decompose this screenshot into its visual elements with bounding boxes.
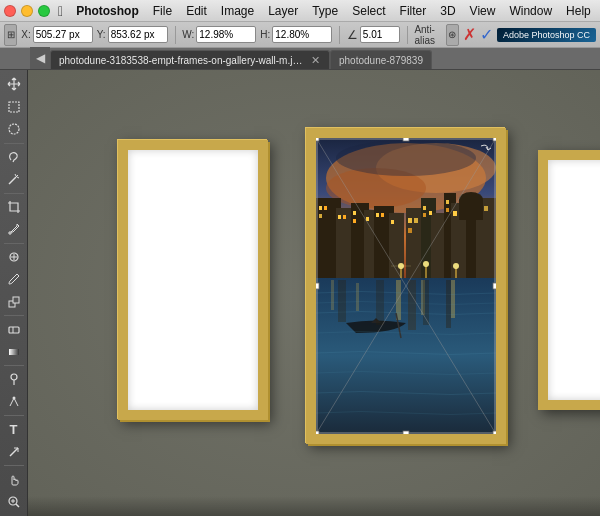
- brush-tool[interactable]: [3, 269, 25, 290]
- angle-icon: ∠: [347, 28, 358, 42]
- h-field: H:: [260, 26, 332, 43]
- svg-point-22: [336, 140, 476, 176]
- svg-point-69: [453, 263, 459, 269]
- y-input[interactable]: [108, 26, 168, 43]
- x-input[interactable]: [33, 26, 93, 43]
- maximize-button[interactable]: [38, 5, 50, 17]
- anti-alias-label: Anti-alias: [414, 24, 437, 46]
- svg-point-13: [12, 396, 15, 399]
- svg-point-1: [9, 124, 19, 134]
- divider-3: [407, 26, 408, 44]
- svg-line-15: [16, 504, 19, 507]
- menu-window[interactable]: Window: [502, 2, 559, 20]
- svg-rect-57: [353, 211, 356, 215]
- tool-separator-6: [4, 415, 24, 416]
- tab-main-file[interactable]: photodune-3183538-empt-frames-on-gallery…: [50, 50, 330, 69]
- dodge-tool[interactable]: [3, 369, 25, 390]
- type-icon: T: [10, 422, 18, 437]
- menu-filter[interactable]: Filter: [393, 2, 434, 20]
- options-bar: ⊞ X: Y: W: H: ∠ Anti-alias ⊛ ✗ ✓ Adobe P…: [0, 22, 600, 48]
- svg-rect-35: [429, 211, 432, 215]
- svg-rect-73: [451, 280, 455, 318]
- w-field: W:: [182, 26, 256, 43]
- svg-rect-74: [331, 280, 334, 310]
- menu-bar:  Photoshop File Edit Image Layer Type S…: [0, 0, 600, 22]
- y-field: Y:: [97, 26, 168, 43]
- menu-edit[interactable]: Edit: [179, 2, 214, 20]
- toolbox: T: [0, 70, 28, 516]
- frame-left-inner: [118, 140, 268, 420]
- frame-left: [118, 140, 268, 420]
- lasso-tool[interactable]: [3, 147, 25, 168]
- svg-rect-0: [9, 102, 19, 112]
- hand-tool[interactable]: [3, 469, 25, 490]
- app-name[interactable]: Photoshop: [69, 2, 146, 20]
- svg-rect-53: [324, 206, 327, 210]
- type-tool[interactable]: T: [3, 419, 25, 440]
- svg-rect-62: [391, 220, 394, 224]
- svg-rect-59: [366, 217, 369, 221]
- transform-icon: ⊞: [4, 24, 17, 46]
- x-label: X:: [21, 29, 30, 40]
- svg-rect-58: [353, 219, 356, 223]
- gradient-tool[interactable]: [3, 342, 25, 363]
- svg-rect-56: [343, 215, 346, 219]
- frame-right: [538, 150, 600, 410]
- svg-line-2: [9, 177, 16, 184]
- tab-second-file[interactable]: photodune-879839: [330, 50, 432, 69]
- svg-rect-10: [9, 349, 19, 355]
- menu-help[interactable]: Help: [559, 2, 598, 20]
- h-label: H:: [260, 29, 270, 40]
- svg-rect-45: [459, 200, 483, 220]
- cancel-transform-button[interactable]: ✗: [463, 24, 476, 46]
- tool-separator-4: [4, 315, 24, 316]
- eyedropper-tool[interactable]: [3, 219, 25, 240]
- adobe-badge: Adobe Photoshop CC: [497, 28, 596, 42]
- menu-3d[interactable]: 3D: [433, 2, 462, 20]
- svg-rect-36: [446, 200, 449, 204]
- tab-scroll-left[interactable]: ◀: [30, 47, 50, 69]
- pen-tool[interactable]: [3, 392, 25, 413]
- divider-1: [175, 26, 176, 44]
- svg-rect-78: [423, 280, 429, 325]
- magic-wand-tool[interactable]: [3, 169, 25, 190]
- tab-close-1[interactable]: ✕: [310, 54, 321, 67]
- apple-icon: : [58, 3, 63, 19]
- canvas-area[interactable]: [28, 70, 600, 516]
- move-tool[interactable]: [3, 74, 25, 95]
- crop-tool[interactable]: [3, 197, 25, 218]
- close-button[interactable]: [4, 5, 16, 17]
- svg-rect-60: [376, 213, 379, 217]
- x-field: X:: [21, 26, 92, 43]
- tab-label-1: photodune-3183538-empt-frames-on-gallery…: [59, 55, 306, 66]
- zoom-tool[interactable]: [3, 492, 25, 513]
- angle-input[interactable]: [360, 26, 400, 43]
- tab-label-2: photodune-879839: [339, 55, 423, 66]
- marquee-rect-tool[interactable]: [3, 97, 25, 118]
- clone-stamp-tool[interactable]: [3, 292, 25, 313]
- menu-file[interactable]: File: [146, 2, 179, 20]
- menu-select[interactable]: Select: [345, 2, 392, 20]
- minimize-button[interactable]: [21, 5, 33, 17]
- eraser-tool[interactable]: [3, 319, 25, 340]
- svg-rect-30: [408, 218, 412, 223]
- w-label: W:: [182, 29, 194, 40]
- svg-rect-61: [381, 213, 384, 217]
- warp-icon[interactable]: ⊛: [446, 24, 459, 46]
- svg-rect-52: [319, 206, 322, 210]
- menu-layer[interactable]: Layer: [261, 2, 305, 20]
- marquee-ellipse-tool[interactable]: [3, 119, 25, 140]
- w-input[interactable]: [196, 26, 256, 43]
- main-area: T: [0, 70, 600, 516]
- menu-view[interactable]: View: [463, 2, 503, 20]
- svg-rect-31: [414, 218, 418, 223]
- svg-rect-55: [338, 215, 341, 219]
- path-selection-tool[interactable]: [3, 442, 25, 463]
- menu-type[interactable]: Type: [305, 2, 345, 20]
- healing-tool[interactable]: [3, 247, 25, 268]
- confirm-transform-button[interactable]: ✓: [480, 24, 493, 46]
- menu-image[interactable]: Image: [214, 2, 261, 20]
- h-input[interactable]: [272, 26, 332, 43]
- divider-2: [339, 26, 340, 44]
- angle-field: ∠: [347, 26, 400, 43]
